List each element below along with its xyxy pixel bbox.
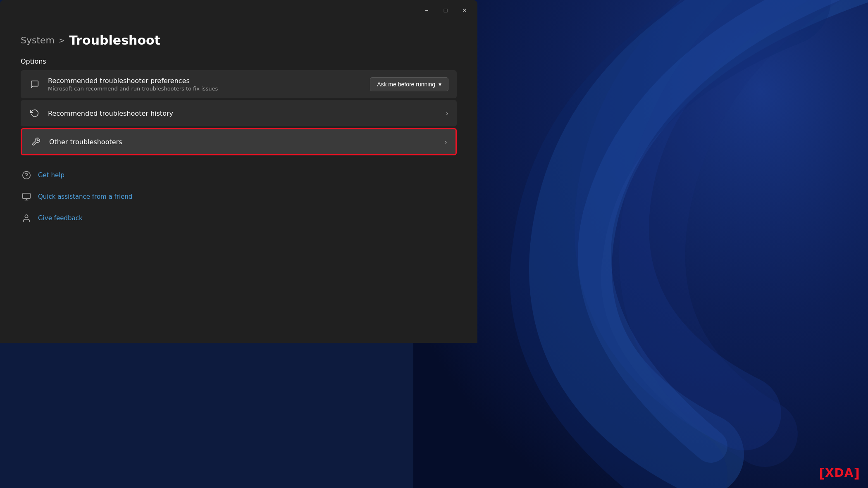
option-text-prefs: Recommended troubleshooter preferences M… <box>48 77 218 92</box>
title-bar-controls: − □ ✕ <box>417 4 474 17</box>
option-title-history: Recommended troubleshooter history <box>48 110 173 117</box>
option-left-prefs: Recommended troubleshooter preferences M… <box>29 77 218 92</box>
xda-bracket-right: ] <box>854 467 860 480</box>
option-recommended-history[interactable]: Recommended troubleshooter history › <box>21 100 457 126</box>
monitor-icon <box>21 191 32 202</box>
option-recommended-prefs[interactable]: Recommended troubleshooter preferences M… <box>21 70 457 98</box>
minimize-button[interactable]: − <box>417 4 436 17</box>
give-feedback-row[interactable]: Give feedback <box>21 211 457 226</box>
xda-logo-text: XDA <box>825 466 854 480</box>
quick-assistance-row[interactable]: Quick assistance from a friend <box>21 189 457 204</box>
dropdown-value: Ask me before running <box>377 81 435 88</box>
option-right-prefs: Ask me before running ▾ <box>370 77 448 91</box>
content-area: System > Troubleshoot Options Recommende… <box>0 21 477 343</box>
get-help-link[interactable]: Get help <box>38 171 64 179</box>
breadcrumb-system[interactable]: System <box>21 35 55 45</box>
svg-rect-3 <box>23 193 30 199</box>
feedback-icon <box>21 212 32 224</box>
links-section: Get help Quick assistance from a friend <box>21 168 457 226</box>
option-text-history: Recommended troubleshooter history <box>48 110 173 117</box>
chevron-right-other-icon: › <box>445 138 447 146</box>
breadcrumb-separator: > <box>59 36 65 45</box>
chevron-right-icon: › <box>446 110 448 117</box>
option-right-history: › <box>446 110 448 117</box>
dropdown-chevron-icon: ▾ <box>439 81 441 88</box>
maximize-button[interactable]: □ <box>436 4 455 17</box>
xda-bracket-left: [ <box>819 467 825 480</box>
option-other-troubleshooters[interactable]: Other troubleshooters › <box>21 128 457 155</box>
close-button[interactable]: ✕ <box>455 4 474 17</box>
title-bar: − □ ✕ <box>0 0 477 21</box>
chat-icon <box>29 79 41 90</box>
help-icon <box>21 169 32 181</box>
svg-point-6 <box>25 215 28 218</box>
wrench-icon <box>30 136 42 148</box>
dropdown-button[interactable]: Ask me before running ▾ <box>370 77 448 91</box>
breadcrumb-current: Troubleshoot <box>69 33 160 48</box>
option-title-prefs: Recommended troubleshooter preferences <box>48 77 218 85</box>
option-left-other: Other troubleshooters <box>30 136 122 148</box>
quick-assistance-link[interactable]: Quick assistance from a friend <box>38 193 132 200</box>
settings-window: − □ ✕ System > Troubleshoot Options <box>0 0 477 343</box>
get-help-row[interactable]: Get help <box>21 168 457 183</box>
option-text-other: Other troubleshooters <box>49 138 122 146</box>
option-left-history: Recommended troubleshooter history <box>29 107 173 119</box>
option-right-other: › <box>445 138 447 146</box>
history-icon <box>29 107 41 119</box>
breadcrumb: System > Troubleshoot <box>21 33 457 48</box>
options-list: Recommended troubleshooter preferences M… <box>21 70 457 155</box>
option-subtitle-prefs: Microsoft can recommend and run troubles… <box>48 86 218 92</box>
xda-watermark: [ XDA ] <box>819 466 860 480</box>
svg-point-1 <box>23 171 30 179</box>
option-title-other: Other troubleshooters <box>49 138 122 146</box>
section-label: Options <box>21 57 457 65</box>
give-feedback-link[interactable]: Give feedback <box>38 214 83 222</box>
